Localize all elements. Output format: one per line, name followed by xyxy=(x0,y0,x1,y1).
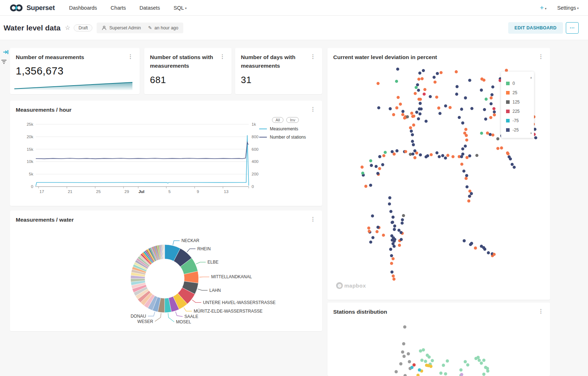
svg-text:17: 17 xyxy=(39,189,44,194)
svg-text:DONAU: DONAU xyxy=(131,314,146,319)
svg-text:800: 800 xyxy=(252,135,258,139)
chart-title: Current water level deviation in percent xyxy=(333,53,437,62)
svg-text:5: 5 xyxy=(169,189,171,194)
more-options-button[interactable]: ··· xyxy=(566,22,579,34)
map-legend-item[interactable]: 0 xyxy=(506,79,532,88)
expand-filter-bar-icon[interactable] xyxy=(3,49,9,56)
map-legend-item[interactable]: -25 xyxy=(506,125,532,135)
owner-info-box: Superset Admin ✎ an hour ago xyxy=(97,23,183,33)
caret-down-icon: ▾ xyxy=(185,6,187,10)
legend-item[interactable]: Number of stations xyxy=(259,135,313,140)
chart-card-measurements-per-water: Measurements / water ⋮ NECKARRHEINELBEMI… xyxy=(10,211,322,331)
kebab-menu-icon[interactable]: ⋮ xyxy=(309,53,317,70)
svg-text:RHEIN: RHEIN xyxy=(197,246,210,251)
svg-text:MOSEL: MOSEL xyxy=(176,319,191,324)
series-label: Measurements xyxy=(270,126,298,131)
last-modified: an hour ago xyxy=(155,25,179,30)
caret-down-icon: ▾ xyxy=(545,7,547,10)
top-navbar: Superset Dashboards Charts Datasets SQL▾… xyxy=(0,0,588,16)
chart-title: Stations distribution xyxy=(333,308,387,316)
svg-text:21: 21 xyxy=(68,189,72,194)
legend-value: 25 xyxy=(512,90,517,95)
svg-text:MÜRITZ-ELDE-WASSERSTRASSE: MÜRITZ-ELDE-WASSERSTRASSE xyxy=(194,309,262,314)
status-badge: Draft xyxy=(74,24,92,32)
legend-swatch xyxy=(506,110,510,113)
kpi-value: 1,356,673 xyxy=(16,65,64,77)
pencil-icon: ✎ xyxy=(148,25,152,30)
series-legend: AllInv MeasurementsNumber of stations xyxy=(259,117,313,143)
chart-title: Measurements / hour xyxy=(16,106,72,114)
svg-text:WESER: WESER xyxy=(137,319,153,324)
nav-datasets[interactable]: Datasets xyxy=(137,5,162,11)
map-legend-item[interactable]: 225 xyxy=(506,107,532,116)
owner-name: Superset Admin xyxy=(109,25,141,30)
kpi-card-number-of-measurements: Number of measurements ⋮ 1,356,673 xyxy=(10,48,140,94)
svg-text:9: 9 xyxy=(197,189,199,194)
legend-item[interactable]: Measurements xyxy=(259,126,313,131)
kpi-sparkline xyxy=(14,81,132,91)
kpi-value: 681 xyxy=(150,74,166,86)
new-menu-button[interactable]: +▾ xyxy=(540,4,546,12)
svg-text:600: 600 xyxy=(252,147,258,151)
favorite-star-icon[interactable]: ☆ xyxy=(65,24,70,32)
map-legend-item[interactable]: 125 xyxy=(506,97,532,107)
nav-sql-menu[interactable]: SQL▾ xyxy=(171,5,189,11)
svg-text:400: 400 xyxy=(252,159,258,164)
chart-title: Measurements / water xyxy=(16,216,74,224)
legend-value: 125 xyxy=(512,100,520,105)
legend-toggle-all[interactable]: All xyxy=(272,117,283,123)
svg-text:15k: 15k xyxy=(26,147,33,151)
svg-text:25: 25 xyxy=(96,189,101,194)
svg-text:SAALE: SAALE xyxy=(184,314,198,319)
chart-card-measurements-per-hour: Measurements / hour ⋮ 25k1k20k80015k6001… xyxy=(10,101,322,206)
legend-swatch xyxy=(506,91,510,95)
kebab-menu-icon[interactable]: ⋮ xyxy=(537,53,545,62)
svg-text:200: 200 xyxy=(252,172,258,176)
legend-toggle-inv[interactable]: Inv xyxy=(286,117,299,123)
svg-text:13: 13 xyxy=(224,189,229,194)
nav-dashboards[interactable]: Dashboards xyxy=(67,5,99,11)
svg-text:0: 0 xyxy=(31,184,33,189)
filter-list-icon[interactable] xyxy=(1,59,7,66)
svg-text:10k: 10k xyxy=(26,159,33,164)
mapbox-icon: ◍ xyxy=(336,282,343,289)
legend-swatch xyxy=(506,100,510,104)
series-label: Number of stations xyxy=(270,135,306,140)
mapbox-attribution[interactable]: ◍ mapbox xyxy=(336,282,366,289)
legend-scroll-down-icon[interactable]: ▼ xyxy=(530,132,533,135)
svg-text:0: 0 xyxy=(252,184,254,189)
settings-menu[interactable]: Settings▾ xyxy=(557,5,579,11)
nav-charts[interactable]: Charts xyxy=(108,5,128,11)
svg-text:UNTERE HAVEL-WASSERSTRASSE: UNTERE HAVEL-WASSERSTRASSE xyxy=(203,300,276,305)
caret-down-icon: ▾ xyxy=(577,6,579,10)
chart-card-stations-distribution: Stations distribution ⋮ xyxy=(327,303,550,376)
user-icon xyxy=(102,25,107,30)
kebab-menu-icon[interactable]: ⋮ xyxy=(309,216,317,224)
donut-chart: NECKARRHEINELBEMITTELLANDKANALLAHNUNTERE… xyxy=(10,211,322,331)
chart-title: Number of days with measurements xyxy=(241,53,306,70)
svg-text:20k: 20k xyxy=(26,135,33,139)
dashboard-header: Water level data ☆ Draft Superset Admin … xyxy=(0,16,588,40)
series-swatch xyxy=(259,137,267,138)
map-legend-item[interactable]: 25 xyxy=(506,88,532,97)
legend-scroll-up-icon[interactable]: ▲ xyxy=(530,76,533,79)
legend-value: -25 xyxy=(512,127,519,132)
svg-text:MITTELLANDKANAL: MITTELLANDKANAL xyxy=(211,274,252,279)
kebab-menu-icon[interactable]: ⋮ xyxy=(218,53,227,70)
kebab-menu-icon[interactable]: ⋮ xyxy=(537,308,545,316)
superset-logo[interactable]: Superset xyxy=(9,4,55,12)
kpi-card-number-of-stations: Number of stations with measurements ⋮ 6… xyxy=(144,48,232,94)
legend-value: 0 xyxy=(512,81,515,86)
edit-dashboard-button[interactable]: EDIT DASHBOARD xyxy=(508,22,563,34)
brand-name: Superset xyxy=(26,4,55,12)
kebab-menu-icon[interactable]: ⋮ xyxy=(309,106,317,114)
kebab-menu-icon[interactable]: ⋮ xyxy=(126,53,135,62)
legend-swatch xyxy=(506,128,510,132)
chart-title: Number of measurements xyxy=(16,53,84,62)
map-legend-item[interactable]: -75 xyxy=(506,116,532,125)
svg-text:NECKAR: NECKAR xyxy=(181,238,199,243)
map-legend: ▲ 025125225-75-25 ▼ xyxy=(501,72,534,138)
superset-infinity-icon xyxy=(9,4,24,12)
chart-card-water-level-deviation-map: Current water level deviation in percent… xyxy=(327,48,550,300)
legend-value: -75 xyxy=(512,118,519,123)
